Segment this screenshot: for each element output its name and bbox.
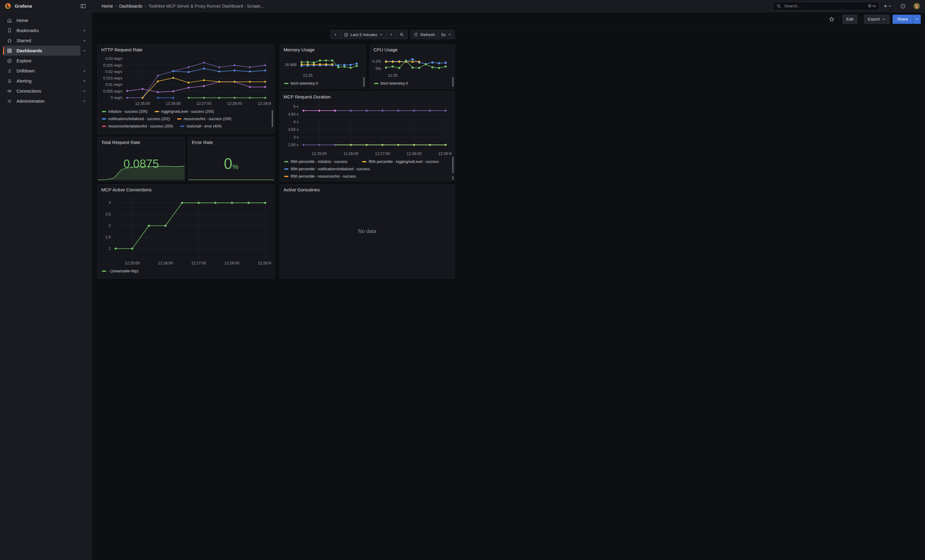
y-axis-tick-label: 3 bbox=[108, 201, 111, 205]
grafana-logo-icon[interactable] bbox=[4, 3, 12, 10]
panel-title[interactable]: MCP Active Connections bbox=[98, 185, 274, 192]
sidebar-item-home[interactable]: Home bbox=[3, 15, 80, 26]
drilldown-icon bbox=[7, 68, 12, 74]
chevron-down-icon[interactable] bbox=[80, 69, 88, 73]
chart-plot[interactable]: 16 MiB12:25 bbox=[282, 53, 363, 78]
scrollbar-thumb[interactable] bbox=[272, 110, 273, 127]
bookmark-icon bbox=[7, 28, 12, 33]
refresh-button[interactable]: Refresh bbox=[410, 30, 438, 39]
sidebar-item-connections[interactable]: Connections bbox=[3, 86, 80, 96]
legend-item[interactable]: logging/setLevel - success (200) bbox=[155, 110, 214, 114]
legend-item[interactable]: 95th percentile - resources/list - succe… bbox=[284, 174, 356, 179]
y-axis-tick-label: 0.01 req/s bbox=[105, 83, 122, 87]
sidebar-item-dashboards[interactable]: Dashboards bbox=[3, 45, 80, 56]
sidebar-item-starred[interactable]: Starred bbox=[3, 36, 80, 45]
chart-plot[interactable]: 11.522.5312:25:0012:26:0012:27:0012:28:0… bbox=[99, 193, 271, 266]
chevron-down-icon[interactable] bbox=[80, 39, 88, 43]
y-axis-tick-label: 0.2% bbox=[372, 59, 381, 64]
chart-legend: 95th percentile - initialize - success95… bbox=[280, 157, 455, 179]
y-axis-tick-label: 1 bbox=[108, 246, 111, 251]
legend-item[interactable]: 95th percentile - notifications/initiali… bbox=[284, 167, 370, 171]
time-forward-button[interactable] bbox=[386, 30, 396, 39]
zoom-out-time-icon[interactable] bbox=[396, 30, 407, 39]
refresh-interval-picker[interactable]: 5s bbox=[438, 30, 455, 39]
panel-memory-usage: Memory Usage 16 MiB12:25 fetch-telemetry… bbox=[280, 44, 366, 89]
legend-swatch bbox=[102, 111, 106, 112]
legend-item[interactable]: resources/list - success (200) bbox=[177, 117, 231, 121]
panel-title[interactable]: Memory Usage bbox=[280, 45, 366, 52]
time-back-button[interactable] bbox=[330, 30, 341, 39]
sidebar-item-bookmarks[interactable]: Bookmarks bbox=[3, 26, 80, 36]
legend-label: tools/call - error (404) bbox=[187, 124, 221, 128]
chart-svg: 2.50 s3 s3.50 s4 s4.50 s5 s12:25:0012:26… bbox=[282, 100, 452, 157]
chart-plot[interactable]: 0 req/s0.005 req/s0.01 req/s0.015 req/s0… bbox=[99, 53, 271, 107]
x-axis-tick-label: 12:25:00 bbox=[312, 152, 327, 156]
sidebar-item-alerting[interactable]: Alerting bbox=[3, 76, 80, 86]
scrollbar-thumb[interactable] bbox=[452, 176, 453, 180]
legend-label: 95th percentile - initialize - success bbox=[291, 159, 348, 164]
chevron-down-icon[interactable] bbox=[80, 49, 88, 53]
collapse-sidebar-icon[interactable] bbox=[79, 2, 87, 11]
clock-icon bbox=[344, 32, 348, 37]
chevron-down-icon[interactable] bbox=[80, 89, 88, 93]
sidebar-item-explore[interactable]: Explore bbox=[3, 56, 80, 66]
sidebar-item-label: Starred bbox=[17, 38, 31, 43]
scrollbar-thumb[interactable] bbox=[452, 156, 453, 173]
x-axis-tick-label: 12:28:00 bbox=[224, 261, 240, 265]
legend-item[interactable]: resources/templates/list - success (200) bbox=[102, 124, 173, 128]
chart-legend: fetch-telemetry-0 bbox=[280, 78, 366, 87]
panel-error-rate: Error Rate 0% bbox=[188, 137, 274, 181]
breadcrumb: Home › Dashboards › ToolHive MCP Server … bbox=[102, 4, 264, 9]
chart-svg: 0 req/s0.005 req/s0.01 req/s0.015 req/s0… bbox=[99, 53, 271, 107]
legend-swatch bbox=[180, 126, 184, 127]
panel-title[interactable]: Total Request Rate bbox=[98, 137, 185, 145]
panel-http-request-rate: HTTP Request Rate 0 req/s0.005 req/s0.01… bbox=[97, 44, 274, 134]
legend-item[interactable]: tools/call - error (404) bbox=[180, 124, 221, 128]
panel-title[interactable]: Error Rate bbox=[188, 137, 274, 145]
breadcrumb-home[interactable]: Home bbox=[102, 4, 113, 9]
chevron-down-icon bbox=[379, 33, 383, 36]
x-axis-tick-label: 12:25 bbox=[388, 74, 397, 78]
legend-swatch bbox=[284, 168, 288, 170]
y-axis-tick-label: 0.015 req/s bbox=[103, 76, 122, 80]
time-range-picker[interactable]: Last 5 minutes bbox=[340, 30, 387, 39]
sidebar-item-label: Administration bbox=[17, 99, 45, 104]
legend-item[interactable]: 95th percentile - logging/setLevel - suc… bbox=[362, 159, 439, 164]
legend-item[interactable]: - (streamable-http) bbox=[102, 269, 139, 273]
sidebar-item-administration[interactable]: Administration bbox=[3, 96, 80, 106]
panel-mcp-request-duration: MCP Request Duration 2.50 s3 s3.50 s4 s4… bbox=[280, 92, 455, 181]
y-axis-tick-label: 2.5 bbox=[105, 212, 111, 216]
y-axis-tick-label: 0 req/s bbox=[111, 96, 122, 100]
legend-swatch bbox=[102, 118, 106, 120]
chevron-down-icon[interactable] bbox=[80, 99, 88, 103]
legend-item[interactable]: fetch-telemetry-0 bbox=[284, 81, 318, 86]
x-axis-tick-label: 12:27:00 bbox=[191, 261, 206, 265]
chart-plot[interactable]: 2.50 s3 s3.50 s4 s4.50 s5 s12:25:0012:26… bbox=[282, 100, 452, 157]
legend-label: logging/setLevel - success (200) bbox=[161, 110, 214, 114]
breadcrumb-dashboards[interactable]: Dashboards bbox=[119, 4, 143, 9]
legend-label: resources/templates/list - success (200) bbox=[108, 124, 173, 128]
x-axis-tick-label: 12:25 bbox=[303, 74, 312, 78]
legend-item[interactable]: 95th percentile - initialize - success bbox=[284, 159, 348, 164]
scrollbar-thumb[interactable] bbox=[452, 77, 453, 87]
legend-label: initialize - success (200) bbox=[108, 110, 148, 114]
legend-item[interactable]: fetch-telemetry-0 bbox=[374, 81, 408, 86]
y-axis-tick-label: 0.03 req/s bbox=[105, 57, 122, 61]
panel-title[interactable]: CPU Usage bbox=[370, 45, 455, 52]
sidebar-item-label: Drilldown bbox=[17, 69, 35, 74]
panel-title[interactable]: Active Goroutines bbox=[280, 185, 455, 192]
legend-item[interactable]: notifications/initialized - success (202… bbox=[102, 117, 170, 121]
chevron-down-icon[interactable] bbox=[80, 79, 88, 83]
chart-legend: - (streamable-http) bbox=[98, 266, 274, 274]
panel-title[interactable]: MCP Request Duration bbox=[280, 92, 455, 99]
legend-item[interactable]: initialize - success (200) bbox=[102, 110, 148, 114]
y-axis-tick-label: 1.5 bbox=[105, 235, 111, 239]
legend-label: notifications/initialized - success (202… bbox=[108, 117, 170, 121]
chevron-down-icon[interactable] bbox=[80, 29, 88, 33]
panel-title[interactable]: HTTP Request Rate bbox=[98, 45, 274, 52]
y-axis-tick-label: 0.025 req/s bbox=[103, 63, 122, 68]
legend-swatch bbox=[102, 270, 106, 272]
chart-plot[interactable]: 0.2%0%12:25 bbox=[372, 53, 452, 78]
scrollbar-thumb[interactable] bbox=[363, 77, 365, 87]
sidebar-item-drilldown[interactable]: Drilldown bbox=[3, 66, 80, 76]
